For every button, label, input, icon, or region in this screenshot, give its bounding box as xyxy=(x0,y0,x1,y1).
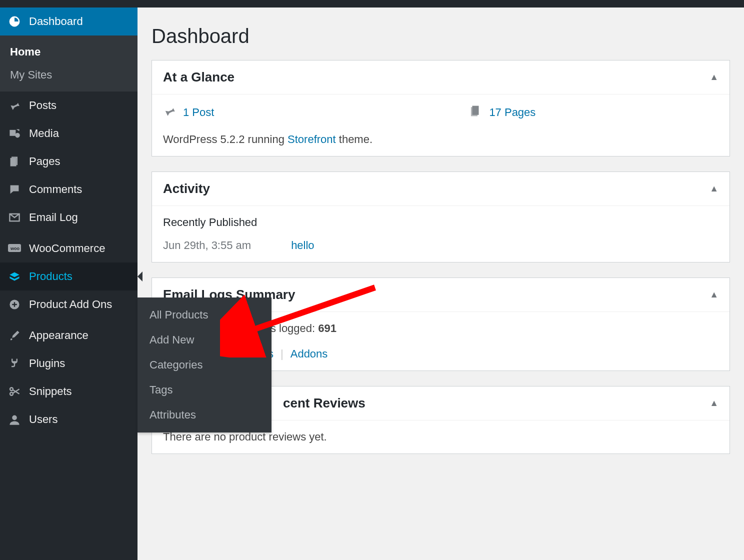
sidebar-item-comments[interactable]: Comments xyxy=(0,176,138,204)
pages-icon xyxy=(7,156,22,168)
glance-posts[interactable]: 1 Post xyxy=(163,104,214,120)
collapse-icon[interactable]: ▲ xyxy=(710,398,718,408)
pages-icon xyxy=(469,104,482,120)
products-flyout-menu: All Products Add New Categories Tags Att… xyxy=(138,298,272,432)
sidebar-item-productaddons[interactable]: Product Add Ons xyxy=(0,290,138,318)
plus-circle-icon xyxy=(7,298,22,310)
sidebar-label: Pages xyxy=(29,155,60,168)
svg-rect-4 xyxy=(10,158,16,166)
sidebar-item-appearance[interactable]: Appearance xyxy=(0,322,138,350)
sidebar-item-pages[interactable]: Pages xyxy=(0,148,138,176)
pin-icon xyxy=(163,104,176,120)
svg-rect-0 xyxy=(10,130,16,136)
emails-link-addons[interactable]: Addons xyxy=(290,348,328,360)
admin-sidebar: Dashboard Home My Sites Posts Media Page… xyxy=(0,8,138,560)
flyout-item-categories[interactable]: Categories xyxy=(138,352,272,378)
sidebar-label: Media xyxy=(29,127,59,140)
sidebar-label: Users xyxy=(29,413,58,426)
sidebar-item-products[interactable]: Products xyxy=(0,262,138,290)
collapse-icon[interactable]: ▲ xyxy=(710,184,718,194)
sidebar-label: Dashboard xyxy=(29,15,83,28)
panel-title: At a Glance xyxy=(163,70,234,85)
flyout-item-tags[interactable]: Tags xyxy=(138,378,272,402)
main-content: Dashboard At a Glance ▲ 1 Post xyxy=(138,8,744,560)
svg-text:woo: woo xyxy=(10,246,20,251)
woocommerce-icon: woo xyxy=(7,244,22,253)
panel-head[interactable]: At a Glance ▲ xyxy=(152,60,730,94)
media-icon xyxy=(7,128,22,140)
admin-topbar xyxy=(0,0,744,8)
plug-icon xyxy=(7,358,22,370)
panel-head[interactable]: Activity ▲ xyxy=(152,172,730,206)
sidebar-item-emaillog[interactable]: Email Log xyxy=(0,204,138,232)
submenu-item-mysites[interactable]: My Sites xyxy=(0,64,138,86)
sidebar-label: Comments xyxy=(29,183,82,196)
pin-icon xyxy=(7,100,22,112)
sidebar-item-media[interactable]: Media xyxy=(0,120,138,148)
panel-activity: Activity ▲ Recently Published Jun 29th, … xyxy=(152,172,730,262)
submenu-item-home[interactable]: Home xyxy=(0,40,138,64)
collapse-icon[interactable]: ▲ xyxy=(710,72,718,82)
divider: | xyxy=(280,348,284,360)
flyout-item-attributes[interactable]: Attributes xyxy=(138,402,272,428)
comment-icon xyxy=(7,184,22,196)
wp-version-text: WordPress 5.2.2 running Storefront theme… xyxy=(163,133,718,146)
brush-icon xyxy=(7,330,22,342)
sidebar-label: Appearance xyxy=(29,329,88,342)
activity-date: Jun 29th, 3:55 am xyxy=(163,239,251,252)
sidebar-item-dashboard[interactable]: Dashboard xyxy=(0,8,138,36)
sidebar-label: Posts xyxy=(29,99,56,112)
panel-title: Activity xyxy=(163,181,210,196)
sidebar-item-snippets[interactable]: Snippets xyxy=(0,378,138,406)
sidebar-label: Product Add Ons xyxy=(29,298,112,311)
dashboard-icon xyxy=(7,15,22,28)
sidebar-item-users[interactable]: Users xyxy=(0,406,138,434)
mail-icon xyxy=(7,212,22,224)
flyout-item-all-products[interactable]: All Products xyxy=(138,302,272,328)
sidebar-item-woocommerce[interactable]: woo WooCommerce xyxy=(0,234,138,262)
page-title: Dashboard xyxy=(152,25,730,48)
svg-point-11 xyxy=(12,416,17,420)
sidebar-label: Plugins xyxy=(29,357,65,370)
collapse-icon[interactable]: ▲ xyxy=(710,290,718,300)
sidebar-label: Snippets xyxy=(29,385,72,398)
glance-pages[interactable]: 17 Pages xyxy=(469,104,536,120)
scissors-icon xyxy=(7,386,22,398)
panel-at-a-glance: At a Glance ▲ 1 Post xyxy=(152,60,730,156)
sidebar-item-plugins[interactable]: Plugins xyxy=(0,350,138,378)
activity-subtitle: Recently Published xyxy=(163,216,718,229)
activity-post-link[interactable]: hello xyxy=(291,239,314,252)
sidebar-label: WooCommerce xyxy=(29,242,105,255)
glance-pages-link[interactable]: 17 Pages xyxy=(489,106,536,119)
glance-posts-link[interactable]: 1 Post xyxy=(183,106,214,119)
flyout-item-add-new[interactable]: Add New xyxy=(138,328,272,352)
svg-rect-13 xyxy=(471,107,478,116)
sidebar-item-posts[interactable]: Posts xyxy=(0,92,138,120)
theme-link[interactable]: Storefront xyxy=(288,133,336,146)
svg-point-1 xyxy=(15,133,20,138)
user-icon xyxy=(7,414,22,426)
sidebar-label: Products xyxy=(29,270,72,283)
sidebar-label: Email Log xyxy=(29,211,78,224)
sidebar-submenu-dashboard: Home My Sites xyxy=(0,36,138,92)
products-icon xyxy=(7,270,22,282)
